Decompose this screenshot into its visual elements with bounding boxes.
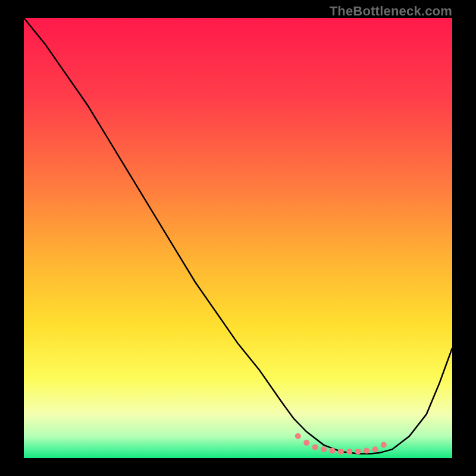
chart-container: TheBottleneck.com	[0, 0, 476, 476]
optimal-marker	[338, 449, 344, 455]
optimal-marker	[346, 449, 352, 455]
optimal-marker	[329, 447, 335, 453]
optimal-marker	[303, 440, 309, 446]
optimal-marker	[372, 446, 378, 452]
bottleneck-curve	[24, 18, 452, 454]
plot-area	[24, 18, 452, 458]
curve-layer	[24, 18, 452, 458]
optimal-marker	[312, 444, 318, 450]
optimal-band-markers	[295, 433, 387, 455]
optimal-marker	[355, 449, 361, 455]
optimal-marker	[321, 446, 327, 452]
optimal-marker	[295, 433, 301, 439]
attribution-label: TheBottleneck.com	[330, 4, 452, 19]
optimal-marker	[381, 442, 387, 448]
optimal-marker	[364, 447, 369, 453]
